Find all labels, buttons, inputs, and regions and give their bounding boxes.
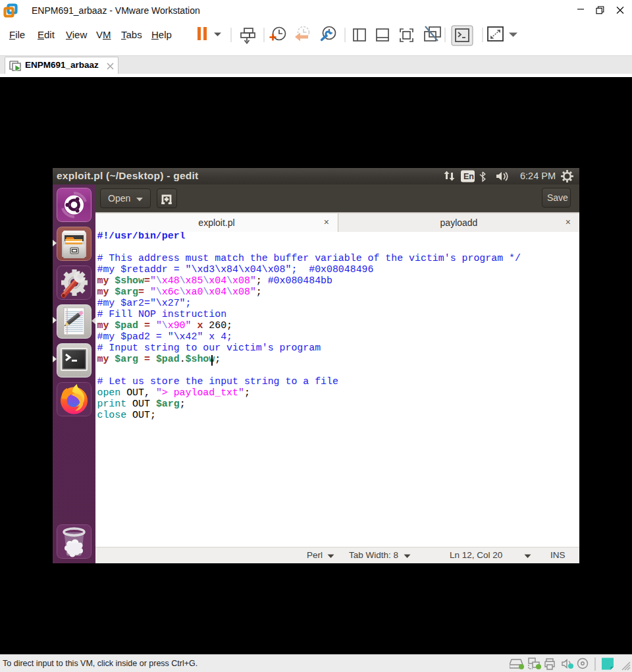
svg-text:En: En [463, 172, 474, 181]
